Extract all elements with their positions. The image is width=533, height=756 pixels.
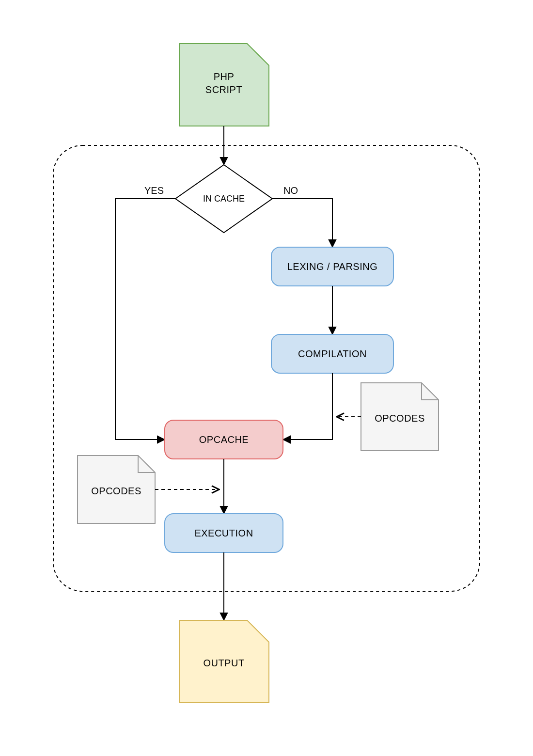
php-script-line2: SCRIPT (205, 84, 242, 95)
edge-yes (115, 199, 175, 440)
node-lexing-parsing: LEXING / PARSING (271, 247, 393, 286)
node-php-script: PHP SCRIPT (179, 44, 269, 126)
opcodes-right-label: OPCODES (375, 413, 425, 424)
node-compilation: COMPILATION (271, 334, 393, 373)
edge-compilation-to-opcache (283, 373, 332, 440)
edge-no (272, 199, 332, 247)
php-script-line1: PHP (214, 71, 235, 82)
in-cache-label: IN CACHE (203, 194, 245, 204)
output-label: OUTPUT (203, 658, 244, 668)
node-execution: EXECUTION (165, 514, 283, 552)
node-opcodes-right: OPCODES (361, 383, 439, 451)
node-opcodes-left: OPCODES (78, 456, 155, 523)
node-in-cache: IN CACHE (175, 165, 272, 233)
execution-label: EXECUTION (194, 528, 253, 538)
opcodes-left-label: OPCODES (91, 486, 141, 496)
node-opcache: OPCACHE (165, 420, 283, 459)
lexing-label: LEXING / PARSING (287, 261, 378, 272)
opcache-label: OPCACHE (199, 434, 249, 445)
edge-label-yes: YES (144, 185, 164, 196)
node-output: OUTPUT (179, 620, 269, 703)
compilation-label: COMPILATION (298, 348, 367, 359)
edge-label-no: NO (283, 185, 298, 196)
